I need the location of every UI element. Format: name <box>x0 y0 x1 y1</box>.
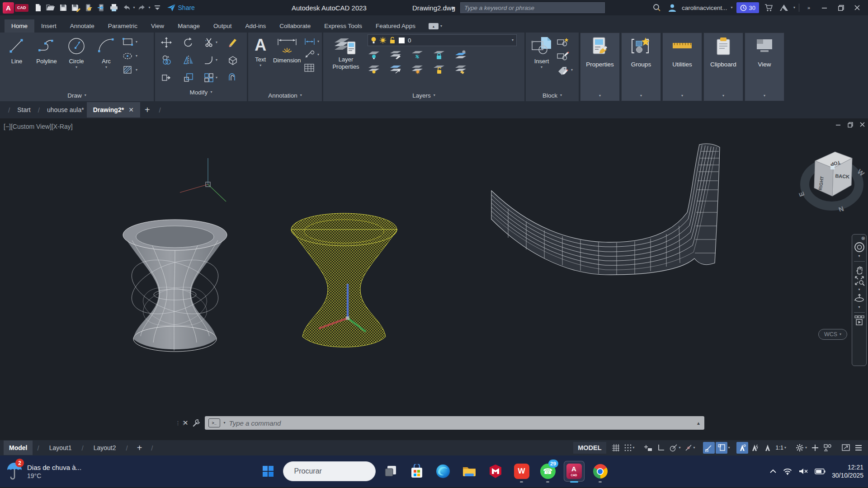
circle-dropdown-caret[interactable]: ▾ <box>75 66 77 69</box>
battery-icon[interactable] <box>815 469 826 474</box>
tab-insert[interactable]: Insert <box>34 19 63 33</box>
workspace-caret[interactable]: ▾ <box>805 446 807 450</box>
redo-icon[interactable] <box>136 2 148 14</box>
orbit-dropdown-caret[interactable]: ▾ <box>858 305 860 309</box>
autocad-taskbar-button[interactable]: ACAD <box>563 459 585 484</box>
navigation-wheel-icon[interactable] <box>854 241 865 253</box>
trim-dropdown-caret[interactable]: ▾ <box>216 41 217 44</box>
stretch-button[interactable] <box>161 72 172 83</box>
ortho-toggle[interactable] <box>655 442 667 454</box>
zoom-extents-icon[interactable] <box>854 275 865 286</box>
layer-off-tool-icon[interactable] <box>368 50 381 60</box>
layer-select-combo[interactable]: 0 ▾ <box>368 34 517 46</box>
panel-view[interactable]: View ▾ <box>745 33 784 101</box>
ellipse-button[interactable]: ▾ <box>122 51 137 61</box>
new-layout-button[interactable]: + <box>137 443 142 453</box>
hatch-dropdown-caret[interactable]: ▾ <box>136 68 137 72</box>
help-search-box[interactable] <box>460 2 605 13</box>
tab-annotate[interactable]: Annotate <box>63 19 101 33</box>
minimize-button[interactable] <box>818 2 831 14</box>
rotate-button[interactable] <box>183 37 194 48</box>
tab-manage[interactable]: Manage <box>171 19 207 33</box>
help-search-input[interactable] <box>464 5 601 11</box>
command-input[interactable] <box>229 419 693 427</box>
tab-collaborate[interactable]: Collaborate <box>273 19 317 33</box>
app-menu-button[interactable]: A CAD <box>3 2 28 14</box>
new-file-icon[interactable] <box>32 2 44 14</box>
cart-icon[interactable] <box>763 2 774 14</box>
overflow-chevrons-icon[interactable]: » <box>803 2 815 14</box>
layer-freeze-tool-icon[interactable] <box>411 50 425 60</box>
wps-button[interactable]: W <box>510 459 533 484</box>
edge-button[interactable] <box>432 459 454 484</box>
layer-lock-tool-icon[interactable] <box>433 50 446 60</box>
layer-thaw-tool-icon[interactable] <box>411 64 425 74</box>
dim-linear-caret[interactable]: ▾ <box>317 40 319 43</box>
ellipse-dropdown-caret[interactable]: ▾ <box>136 54 137 58</box>
draw-panel-label[interactable]: Draw▾ <box>0 89 154 101</box>
fillet-dropdown-caret[interactable]: ▾ <box>216 58 217 62</box>
curved-wall-object[interactable] <box>490 140 721 276</box>
layer-unlock-tool-icon[interactable] <box>433 64 446 74</box>
viewport-close-icon[interactable] <box>860 122 865 127</box>
polar-caret[interactable]: ▾ <box>679 446 681 450</box>
dynamic-input-toggle[interactable] <box>642 442 654 454</box>
snap-toggle[interactable]: ▾ <box>623 442 636 454</box>
tab-featured-apps[interactable]: Featured Apps <box>369 19 422 33</box>
open-file-icon[interactable] <box>45 2 57 14</box>
send-to-mobile-icon[interactable] <box>95 2 107 14</box>
tab-addins[interactable]: Add-ins <box>238 19 273 33</box>
text-button[interactable]: A Text ▾ <box>251 34 270 89</box>
title-expand-arrow[interactable]: ▶ <box>452 0 455 15</box>
dim-linear-button[interactable]: ▾ <box>304 37 319 46</box>
layer-user-tool-icon[interactable] <box>454 50 468 60</box>
share-button[interactable]: Share <box>167 4 195 12</box>
viewcube[interactable]: W N E TOP BACK RIGHT <box>798 148 866 211</box>
layer-match-tool-icon[interactable] <box>389 50 403 60</box>
erase-button[interactable] <box>227 37 238 48</box>
circle-button[interactable]: Circle ▾ <box>62 34 90 89</box>
annotation-scale-icon[interactable] <box>762 442 774 454</box>
command-customize-wrench-icon[interactable] <box>192 418 201 427</box>
chrome-button[interactable] <box>589 459 612 484</box>
arc-button[interactable]: Arc ▾ <box>92 34 120 89</box>
start-button[interactable] <box>257 459 279 484</box>
polyline-button[interactable]: Polyline <box>33 34 61 89</box>
file-explorer-button[interactable] <box>458 459 481 484</box>
scale-caret[interactable]: ▾ <box>784 446 786 450</box>
block-panel-label[interactable]: Block▾ <box>526 89 579 101</box>
view-expand-caret[interactable]: ▾ <box>764 94 765 98</box>
isolate-objects-toggle[interactable] <box>822 442 834 454</box>
leader-caret[interactable]: ▾ <box>317 53 319 56</box>
explode-button[interactable] <box>227 55 238 66</box>
trial-days-badge[interactable]: 30 <box>736 2 759 13</box>
autosnap-toggle[interactable] <box>703 442 715 454</box>
object-snap-caret[interactable]: ▾ <box>728 446 730 450</box>
plot-icon[interactable] <box>108 2 120 14</box>
layout-tab-layout2[interactable]: Layout2 <box>88 441 122 455</box>
pan-icon[interactable] <box>854 264 865 275</box>
array-button[interactable]: ▾ <box>203 72 217 83</box>
user-avatar-icon[interactable] <box>666 2 678 14</box>
command-drag-handle[interactable]: ⋮⋮ <box>175 422 179 424</box>
tab-express-tools[interactable]: Express Tools <box>317 19 369 33</box>
clipboard-expand-caret[interactable]: ▾ <box>722 94 724 98</box>
navigation-wheel-caret[interactable]: ▾ <box>858 254 860 258</box>
tray-chevron-icon[interactable] <box>769 469 777 474</box>
hatch-button[interactable]: ▾ <box>122 65 137 75</box>
clean-screen-toggle[interactable] <box>840 442 852 454</box>
close-button[interactable] <box>851 2 863 14</box>
autodesk-logo-icon[interactable] <box>778 2 790 14</box>
isodraft-caret[interactable]: ▾ <box>693 446 695 450</box>
layer-change-tool-icon[interactable] <box>389 64 403 74</box>
panel-clipboard[interactable]: Clipboard ▾ <box>703 33 743 101</box>
utilities-expand-caret[interactable]: ▾ <box>681 94 683 98</box>
viewport-minimize-icon[interactable] <box>836 122 841 127</box>
layout-tab-model[interactable]: Model <box>4 441 33 455</box>
panel-groups[interactable]: Groups ▾ <box>621 33 661 101</box>
panel-properties[interactable]: Properties ▾ <box>580 33 620 101</box>
viewport-controls-label[interactable]: [−][Custom View][X-Ray] <box>4 123 73 130</box>
tab-output[interactable]: Output <box>207 19 239 33</box>
modify-panel-label[interactable]: Modify▾ <box>155 86 247 98</box>
clock-widget[interactable]: 12:21 30/10/2025 <box>832 463 863 479</box>
